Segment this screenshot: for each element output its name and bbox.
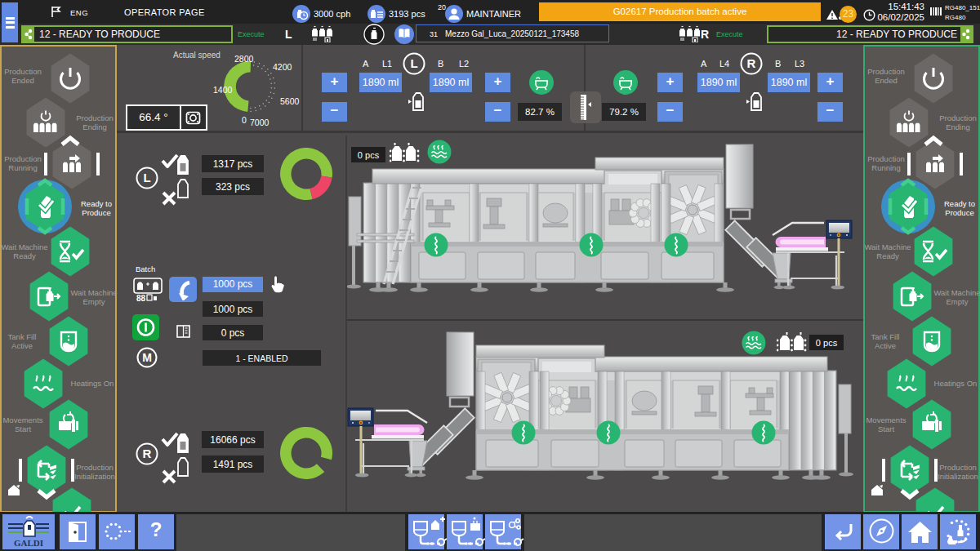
svg-text:GALDI: GALDI — [14, 538, 43, 548]
